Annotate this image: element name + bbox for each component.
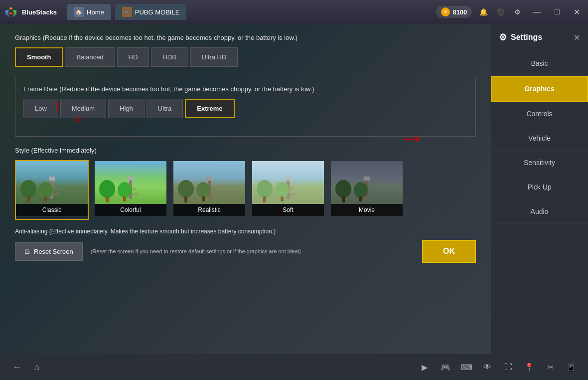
sidebar-item-graphics[interactable]: Graphics: [491, 76, 588, 102]
svg-point-31: [196, 182, 210, 198]
quality-hd-btn[interactable]: HD: [117, 47, 149, 67]
style-thumbnails: Classic: [15, 160, 476, 220]
close-button[interactable]: ✕: [570, 6, 584, 18]
classic-tree-svg: [18, 179, 58, 204]
bluestacks-logo: [4, 5, 18, 19]
style-realistic-thumb[interactable]: Realistic: [172, 160, 246, 220]
style-realistic-bg: [173, 161, 245, 204]
coin-amount: 8100: [452, 8, 467, 16]
soft-scene: [252, 161, 324, 204]
quality-label: Graphics (Reduce if the device becomes t…: [15, 34, 476, 41]
arrow-up-1: ↑: [54, 98, 62, 114]
pubg-tab[interactable]: 🎮 PUBG MOBILE: [115, 4, 187, 20]
svg-rect-38: [263, 196, 266, 202]
play-icon[interactable]: ▶: [418, 360, 432, 374]
reset-screen-button[interactable]: ⊡ Reset Screen: [15, 242, 83, 261]
framerate-high-btn[interactable]: High: [108, 99, 145, 118]
style-colorful-thumb[interactable]: Colorful: [94, 160, 167, 220]
main-area: Graphics (Reduce if the device becomes t…: [0, 24, 588, 354]
style-colorful-bg: [95, 161, 166, 204]
movie-tree-svg: [333, 179, 373, 204]
quality-smooth-btn[interactable]: Smooth: [15, 47, 63, 67]
svg-point-21: [99, 180, 115, 198]
location-icon[interactable]: 📍: [522, 360, 536, 374]
style-classic-bg: [16, 161, 88, 204]
settings-header: ⚙ Settings ✕: [491, 24, 588, 51]
colorful-scene: [95, 161, 166, 204]
style-movie-label: Movie: [331, 204, 403, 216]
framerate-low-btn[interactable]: Low: [23, 99, 58, 118]
svg-point-23: [118, 182, 132, 198]
style-classic-thumb[interactable]: Classic: [15, 160, 89, 220]
svg-point-37: [257, 180, 273, 198]
svg-point-29: [178, 180, 194, 198]
framerate-medium-btn[interactable]: Medium: [60, 99, 106, 118]
classic-scene: [16, 161, 88, 204]
home-tab[interactable]: 🏠 Home: [67, 4, 111, 20]
gear-icon: ⚙: [499, 32, 507, 43]
bell-icon[interactable]: 🔔: [478, 6, 489, 17]
taskbar: ← ⌂ ▶ 🎮 ⌨ 👁 ⛶ 📍 ✂ 📱: [0, 354, 588, 380]
minimize-button[interactable]: —: [529, 6, 545, 17]
style-movie-thumb[interactable]: Movie: [330, 160, 404, 220]
style-realistic-label: Realistic: [173, 204, 245, 216]
svg-point-45: [335, 180, 351, 198]
sidebar-item-controls[interactable]: Controls: [491, 102, 588, 126]
eye-icon[interactable]: 👁: [480, 360, 494, 374]
pubg-tab-icon: 🎮: [122, 7, 132, 17]
svg-marker-4: [8, 12, 14, 15]
app-title: BlueStacks: [22, 8, 57, 16]
ok-button[interactable]: OK: [422, 240, 476, 263]
style-classic-label: Classic: [16, 204, 88, 216]
title-bar: BlueStacks 🏠 Home 🎮 PUBG MOBILE P 8100 🔔…: [0, 0, 588, 24]
style-soft-label: Soft: [252, 204, 324, 216]
home-button[interactable]: ⌂: [30, 360, 44, 374]
svg-point-39: [275, 182, 289, 198]
taskbar-right: ▶ 🎮 ⌨ 👁 ⛶ 📍 ✂ 📱: [418, 360, 578, 374]
sidebar-item-pickup[interactable]: Pick Up: [491, 175, 588, 199]
reset-description: (Reset the screen if you need to restore…: [91, 248, 414, 254]
framerate-label: Frame Rate (Reduce if the device becomes…: [23, 85, 467, 93]
svg-marker-1: [9, 6, 13, 10]
settings-close-button[interactable]: ✕: [574, 33, 580, 42]
svg-rect-14: [27, 196, 30, 202]
sidebar-item-basic[interactable]: Basic: [491, 51, 588, 76]
settings-sidebar: ⚙ Settings ✕ Basic Graphics Controls Veh…: [491, 24, 588, 354]
quality-ultrahd-btn[interactable]: Ultra HD: [190, 47, 238, 67]
title-bar-left: BlueStacks 🏠 Home 🎮 PUBG MOBILE: [4, 4, 436, 20]
graphics-settings-panel: Graphics (Reduce if the device becomes t…: [0, 24, 491, 354]
scissors-icon[interactable]: ✂: [543, 360, 557, 374]
content-area: Graphics (Reduce if the device becomes t…: [0, 24, 491, 354]
keyboard-icon[interactable]: ⌨: [459, 360, 473, 374]
settings-icon[interactable]: ⚙: [512, 6, 523, 17]
coin-icon: P: [441, 7, 450, 16]
framerate-ultra-btn[interactable]: Ultra: [147, 99, 183, 118]
quality-btn-group: Smooth Balanced HD HDR Ultra HD: [15, 47, 476, 67]
realistic-tree-svg: [176, 179, 216, 204]
arrow-right: →: [399, 125, 425, 151]
maximize-button[interactable]: □: [551, 6, 564, 17]
svg-rect-48: [359, 196, 362, 201]
framerate-extreme-btn[interactable]: Extreme: [185, 99, 234, 118]
sidebar-item-audio[interactable]: Audio: [491, 199, 588, 224]
movie-scene: [331, 161, 403, 204]
fullscreen-icon[interactable]: ⛶: [501, 360, 515, 374]
quality-hdr-btn[interactable]: HDR: [151, 47, 188, 67]
quality-balanced-btn[interactable]: Balanced: [65, 47, 115, 67]
svg-rect-30: [184, 196, 187, 202]
back-button[interactable]: ←: [10, 360, 24, 374]
realistic-scene: [173, 161, 245, 204]
taskbar-left: ← ⌂: [10, 360, 44, 374]
reset-screen-icon: ⊡: [24, 248, 30, 255]
antialias-label: Anti-aliasing (Effective immediately. Ma…: [15, 228, 476, 235]
style-soft-thumb[interactable]: Soft: [251, 160, 325, 220]
sidebar-item-sensitivity[interactable]: Sensitivity: [491, 151, 588, 175]
phone-icon[interactable]: 📱: [564, 360, 578, 374]
sidebar-item-vehicle[interactable]: Vehicle: [491, 126, 588, 151]
svg-point-15: [39, 182, 53, 198]
gamepad-icon[interactable]: 🎮: [439, 360, 452, 374]
svg-rect-16: [44, 196, 47, 201]
colorful-tree-svg: [97, 179, 137, 204]
profile-icon[interactable]: ⚫: [495, 6, 506, 17]
reset-screen-label: Reset Screen: [34, 248, 73, 255]
